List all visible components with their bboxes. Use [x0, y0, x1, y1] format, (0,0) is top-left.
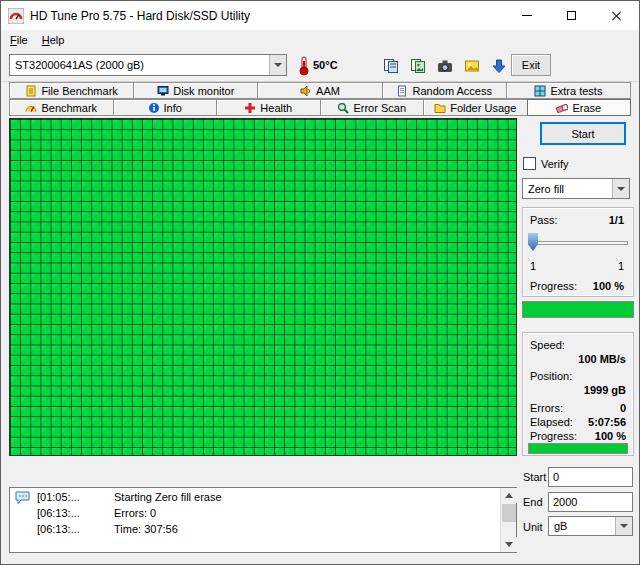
window-controls	[504, 1, 639, 30]
save-image-button[interactable]	[459, 54, 484, 77]
tab-error-scan[interactable]: Error Scan	[320, 99, 425, 116]
temperature-value: 50°C	[313, 59, 338, 71]
scroll-up-button[interactable]	[501, 488, 517, 503]
drive-selector[interactable]: ST32000641AS (2000 gB)	[9, 54, 287, 76]
speed-value: 100 MB/s	[578, 353, 626, 365]
tab-disk-monitor[interactable]: Disk monitor	[133, 82, 258, 99]
tab-aam[interactable]: AAM	[257, 82, 382, 99]
slider-track	[528, 241, 628, 245]
save-image-icon	[464, 58, 480, 74]
chevron-down-icon[interactable]	[615, 517, 632, 535]
unit-label: Unit	[523, 521, 543, 533]
toolbar: ST32000641AS (2000 gB) 50°C	[1, 50, 639, 81]
tab-label: Info	[164, 102, 182, 114]
erase-icon	[556, 102, 568, 114]
start-button[interactable]: Start	[540, 122, 626, 145]
tab-label: Random Access	[412, 85, 491, 97]
benchmark-icon	[25, 102, 37, 114]
stats-progress-label: Progress:	[530, 430, 577, 442]
scroll-down-icon	[505, 542, 513, 547]
close-button[interactable]	[594, 1, 639, 30]
info-icon	[148, 102, 160, 114]
verify-label: Verify	[541, 158, 569, 170]
menu-file[interactable]: File	[3, 31, 35, 49]
pass-slider[interactable]	[528, 232, 628, 252]
save-button[interactable]	[486, 54, 511, 77]
position-value: 1999 gB	[584, 384, 626, 396]
pass-progress-value: 100 %	[593, 280, 624, 292]
fill-mode-selector[interactable]: Zero fill	[522, 178, 630, 199]
log-entry-time: [06:13:...	[37, 523, 80, 535]
errors-label: Errors:	[530, 402, 563, 414]
copy-text-button[interactable]	[378, 54, 403, 77]
slider-thumb[interactable]	[528, 233, 538, 251]
slider-max-label: 1	[618, 260, 624, 272]
range-start-input[interactable]	[548, 467, 633, 487]
extra-tests-icon	[534, 85, 546, 97]
tab-label: AAM	[316, 85, 340, 97]
close-icon	[611, 10, 622, 21]
position-label: Position:	[530, 370, 572, 382]
scroll-down-button[interactable]	[501, 537, 517, 552]
unit-value: gB	[549, 520, 615, 532]
tab-label: Erase	[572, 102, 601, 114]
fill-mode-value: Zero fill	[523, 183, 612, 195]
exit-button[interactable]: Exit	[511, 54, 551, 76]
errors-value: 0	[620, 402, 626, 414]
copy-text-icon	[383, 58, 399, 74]
log-entry-message: Starting Zero fill erase	[114, 491, 222, 503]
elapsed-label: Elapsed:	[530, 416, 573, 428]
log-scrollbar[interactable]	[500, 488, 516, 552]
tab-label: Error Scan	[353, 102, 406, 114]
minimize-button[interactable]	[504, 1, 549, 30]
log-entry: [01:05:... Starting Zero fill erase	[10, 491, 498, 506]
tab-file-benchmark[interactable]: File Benchmark	[9, 82, 134, 99]
thermometer-icon	[298, 55, 310, 76]
copy-image-button[interactable]	[405, 54, 430, 77]
pass-value: 1/1	[609, 214, 624, 226]
copy-image-icon	[410, 58, 426, 74]
speed-label: Speed:	[530, 339, 565, 351]
stats-groupbox: Speed: 100 MB/s Position: 1999 gB Errors…	[522, 332, 634, 456]
chevron-down-icon[interactable]	[612, 179, 629, 198]
range-start-label: Start	[523, 471, 546, 483]
screenshot-button[interactable]	[432, 54, 457, 77]
slider-min-label: 1	[530, 260, 536, 272]
tab-folder-usage[interactable]: Folder Usage	[423, 99, 528, 116]
menubar: File Help	[1, 30, 639, 50]
window-title: HD Tune Pro 5.75 - Hard Disk/SSD Utility	[30, 9, 250, 23]
scroll-up-icon	[505, 493, 513, 498]
chevron-down-icon[interactable]	[269, 55, 286, 75]
tab-erase[interactable]: Erase	[527, 99, 632, 116]
tab-info[interactable]: Info	[113, 99, 218, 116]
camera-icon	[437, 58, 453, 74]
stats-progress-bar	[528, 443, 628, 454]
log-entry-message: Time: 307:56	[114, 523, 178, 535]
scrollbar-thumb[interactable]	[502, 504, 516, 522]
tab-random-access[interactable]: Random Access	[382, 82, 507, 99]
log-entry-time: [06:13:...	[37, 507, 80, 519]
tab-health[interactable]: Health	[216, 99, 321, 116]
verify-option: Verify	[523, 157, 569, 170]
error-scan-icon	[337, 102, 349, 114]
maximize-button[interactable]	[549, 1, 594, 30]
minimize-icon	[522, 15, 532, 16]
unit-selector[interactable]: gB	[548, 516, 633, 536]
menu-help[interactable]: Help	[35, 31, 72, 49]
log-entry: [06:13:... Errors: 0	[10, 507, 498, 522]
range-end-input[interactable]	[548, 492, 633, 512]
tab-benchmark[interactable]: Benchmark	[9, 99, 114, 116]
pass-label: Pass:	[530, 214, 558, 226]
log-panel: [01:05:... Starting Zero fill erase [06:…	[9, 487, 517, 553]
file-benchmark-icon	[25, 85, 37, 97]
verify-checkbox[interactable]	[523, 157, 536, 170]
aam-icon	[300, 85, 312, 97]
pass-groupbox: Pass: 1/1 1 1 Progress: 100 %	[522, 207, 634, 297]
overall-progress-fill	[523, 302, 633, 317]
download-icon	[491, 58, 507, 74]
elapsed-value: 5:07:56	[588, 416, 626, 428]
tab-extra-tests[interactable]: Extra tests	[506, 82, 631, 99]
stats-progress-fill	[529, 444, 627, 453]
titlebar: HD Tune Pro 5.75 - Hard Disk/SSD Utility	[1, 1, 639, 30]
overall-progress-bar	[522, 301, 634, 318]
